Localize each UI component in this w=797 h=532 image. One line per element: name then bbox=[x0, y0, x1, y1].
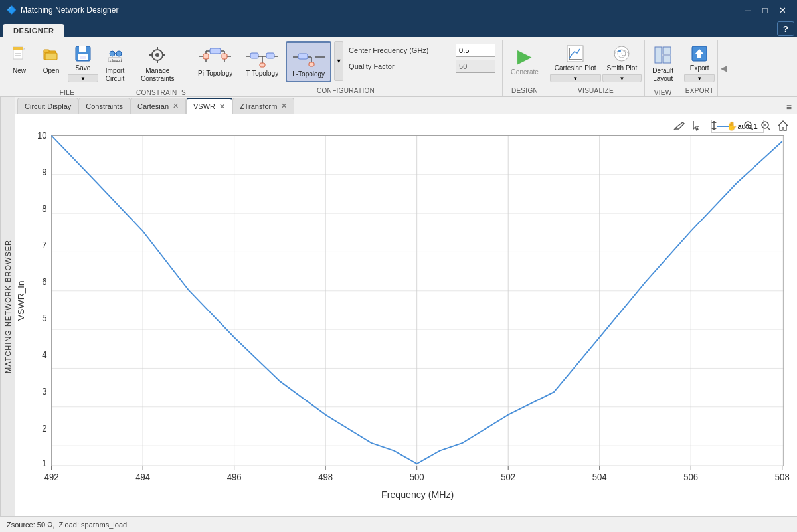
default-layout-button[interactable]: DefaultLayout bbox=[648, 41, 678, 86]
smith-plot-button[interactable]: Smith Plot bbox=[602, 41, 642, 74]
l-topology-button[interactable]: L-Topology bbox=[286, 41, 331, 82]
default-layout-icon bbox=[652, 44, 673, 66]
svg-text:VSWR_in: VSWR_in bbox=[17, 280, 26, 321]
smith-arrow[interactable]: ▼ bbox=[602, 74, 642, 82]
svg-line-65 bbox=[768, 128, 770, 130]
save-label: Save bbox=[76, 64, 91, 72]
smith-plot-label: Smith Plot bbox=[607, 64, 638, 72]
svg-text:498: 498 bbox=[318, 472, 333, 482]
configuration-group-label: CONFIGURATION bbox=[192, 86, 499, 96]
ribbon-toolbar: New Open bbox=[0, 37, 797, 97]
cartesian-arrow[interactable]: ▼ bbox=[550, 74, 601, 82]
smith-plot-icon bbox=[611, 43, 632, 64]
svg-text:4: 4 bbox=[42, 350, 47, 360]
svg-rect-44 bbox=[309, 62, 314, 66]
export-icon bbox=[689, 43, 710, 64]
cartesian-plot-button[interactable]: Cartesian Plot bbox=[550, 41, 601, 74]
svg-rect-52 bbox=[655, 47, 662, 63]
open-icon bbox=[41, 44, 62, 66]
export-group-label: EXPORT bbox=[684, 86, 715, 96]
plot-tool-zoom-out[interactable] bbox=[758, 118, 773, 133]
app-title: Matching Network Designer bbox=[21, 5, 118, 15]
plot-tool-pan[interactable]: ✋ bbox=[724, 118, 739, 133]
center-freq-label: Center Frequency (GHz) bbox=[349, 46, 452, 54]
svg-point-13 bbox=[110, 51, 115, 56]
svg-text:5: 5 bbox=[42, 313, 46, 323]
cartesian-plot-icon bbox=[565, 43, 586, 64]
manage-constraints-button[interactable]: ManageConstraints bbox=[136, 41, 179, 86]
open-button[interactable]: Open bbox=[36, 41, 66, 78]
constraints-buttons: ManageConstraints bbox=[136, 40, 186, 88]
plot-tool-zoom-y[interactable] bbox=[707, 118, 721, 133]
config-fields: Center Frequency (GHz) Quality Factor bbox=[345, 41, 499, 76]
window-controls: ─ □ ✕ bbox=[740, 3, 790, 17]
tab-ztransform-close[interactable]: ✕ bbox=[281, 102, 287, 110]
tab-designer[interactable]: DESIGNER bbox=[3, 24, 64, 37]
export-button[interactable]: Export bbox=[684, 41, 715, 74]
plot-tool-cursor[interactable] bbox=[689, 118, 704, 133]
l-topology-label: L-Topology bbox=[292, 70, 325, 78]
svg-text:494: 494 bbox=[135, 472, 150, 482]
export-label: Export bbox=[690, 64, 709, 72]
save-button[interactable]: Save bbox=[68, 41, 98, 74]
svg-text:2: 2 bbox=[42, 423, 46, 433]
sidebar-label[interactable]: MATCHING NETWORK BROWSER bbox=[0, 97, 15, 516]
tabs-more-button[interactable]: ≡ bbox=[784, 100, 794, 114]
tab-cartesian-close[interactable]: ✕ bbox=[173, 102, 179, 110]
open-label: Open bbox=[43, 67, 59, 75]
save-arrow[interactable]: ▼ bbox=[68, 74, 98, 82]
app-icon: 🔷 bbox=[7, 5, 17, 15]
tab-cartesian[interactable]: Cartesian ✕ bbox=[130, 98, 186, 114]
tab-ztransform[interactable]: ZTransform ✕ bbox=[232, 98, 294, 114]
pi-topology-button[interactable]: Pi-Topology bbox=[192, 41, 238, 81]
t-topology-icon bbox=[246, 44, 278, 68]
svg-point-14 bbox=[116, 51, 122, 56]
tab-vswr[interactable]: VSWR ✕ bbox=[186, 98, 232, 114]
ribbon-group-export: Export ▼ EXPORT bbox=[681, 40, 718, 96]
help-button[interactable]: ? bbox=[777, 21, 794, 36]
svg-rect-53 bbox=[663, 47, 671, 54]
svg-rect-34 bbox=[250, 53, 258, 58]
svg-text:9: 9 bbox=[42, 167, 46, 177]
tab-vswr-close[interactable]: ✕ bbox=[219, 103, 225, 110]
minimize-button[interactable]: ─ bbox=[740, 3, 756, 17]
tab-circuit-display[interactable]: Circuit Display bbox=[17, 98, 78, 114]
maximize-button[interactable]: □ bbox=[757, 3, 773, 17]
plot-tool-annotate[interactable] bbox=[672, 118, 687, 133]
export-arrow[interactable]: ▼ bbox=[684, 74, 715, 82]
close-button[interactable]: ✕ bbox=[774, 3, 790, 17]
svg-rect-31 bbox=[222, 54, 227, 59]
pi-topology-icon bbox=[199, 44, 231, 68]
svg-text:✋: ✋ bbox=[727, 120, 737, 132]
main-area: MATCHING NETWORK BROWSER Circuit Display… bbox=[0, 97, 797, 516]
svg-text:492: 492 bbox=[44, 472, 59, 482]
svg-rect-3 bbox=[13, 47, 23, 50]
center-freq-input[interactable] bbox=[456, 44, 495, 57]
cartesian-plot-label: Cartesian Plot bbox=[555, 64, 596, 72]
svg-rect-30 bbox=[203, 54, 209, 59]
ribbon-group-design: ▶ Generate DESIGN bbox=[503, 40, 547, 96]
ribbon-scroll[interactable]: ◀ bbox=[718, 40, 729, 96]
tab-constraints[interactable]: Constraints bbox=[78, 98, 130, 114]
import-circuit-button[interactable]: ↓ Import ImportCircuit bbox=[100, 41, 130, 86]
svg-rect-12 bbox=[80, 56, 86, 59]
new-button[interactable]: New bbox=[4, 41, 35, 78]
svg-rect-35 bbox=[266, 53, 274, 58]
import-icon: ↓ Import bbox=[104, 44, 126, 66]
quality-factor-input[interactable] bbox=[456, 60, 495, 73]
topology-dropdown-arrow[interactable]: ▼ bbox=[334, 41, 343, 81]
file-buttons: New Open bbox=[4, 40, 130, 88]
plot-tool-zoom-in[interactable] bbox=[741, 118, 756, 133]
import-label: ImportCircuit bbox=[106, 67, 124, 83]
design-group-label: DESIGN bbox=[505, 86, 544, 96]
t-topology-button[interactable]: T-Topology bbox=[240, 41, 284, 81]
chart-svg: 10 9 8 7 6 5 4 3 2 1 VSWR_in 492 494 496… bbox=[15, 114, 797, 516]
svg-text:↓ Import: ↓ Import bbox=[110, 58, 122, 62]
generate-icon: ▶ bbox=[517, 45, 532, 67]
generate-button[interactable]: ▶ Generate bbox=[505, 41, 544, 80]
svg-text:8: 8 bbox=[42, 204, 46, 214]
visualize-buttons: Cartesian Plot ▼ Smi bbox=[550, 40, 642, 86]
svg-rect-7 bbox=[44, 50, 49, 52]
plot-tool-home[interactable] bbox=[776, 118, 790, 133]
save-icon bbox=[72, 43, 94, 64]
